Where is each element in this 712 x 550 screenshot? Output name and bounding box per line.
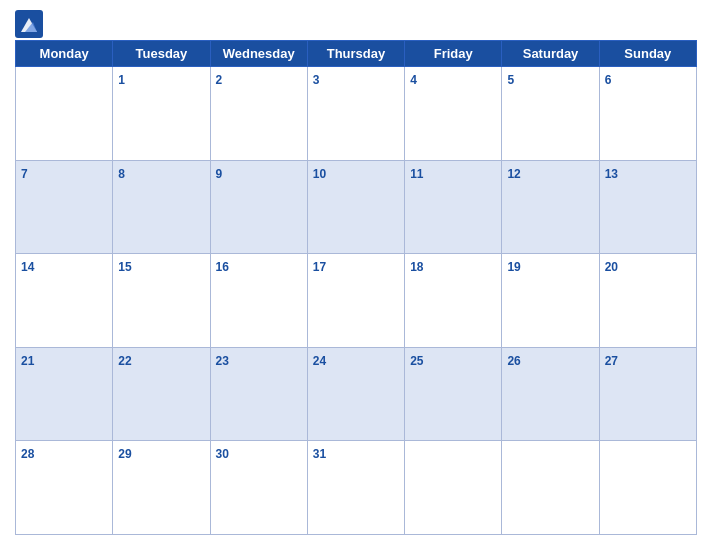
day-number-7: 7 bbox=[21, 167, 28, 181]
week-row-4: 21222324252627 bbox=[16, 347, 697, 441]
day-header-wednesday: Wednesday bbox=[210, 41, 307, 67]
day-cell-16: 16 bbox=[210, 254, 307, 348]
day-number-18: 18 bbox=[410, 260, 423, 274]
day-number-21: 21 bbox=[21, 354, 34, 368]
day-cell-18: 18 bbox=[405, 254, 502, 348]
empty-cell bbox=[405, 441, 502, 535]
day-cell-19: 19 bbox=[502, 254, 599, 348]
day-number-20: 20 bbox=[605, 260, 618, 274]
day-number-2: 2 bbox=[216, 73, 223, 87]
day-number-23: 23 bbox=[216, 354, 229, 368]
day-cell-13: 13 bbox=[599, 160, 696, 254]
day-number-29: 29 bbox=[118, 447, 131, 461]
day-number-19: 19 bbox=[507, 260, 520, 274]
day-cell-26: 26 bbox=[502, 347, 599, 441]
day-cell-3: 3 bbox=[307, 67, 404, 161]
day-number-11: 11 bbox=[410, 167, 423, 181]
day-cell-9: 9 bbox=[210, 160, 307, 254]
day-cell-1: 1 bbox=[113, 67, 210, 161]
day-number-28: 28 bbox=[21, 447, 34, 461]
week-row-3: 14151617181920 bbox=[16, 254, 697, 348]
week-row-2: 78910111213 bbox=[16, 160, 697, 254]
logo bbox=[15, 10, 47, 38]
empty-cell bbox=[16, 67, 113, 161]
day-number-3: 3 bbox=[313, 73, 320, 87]
day-number-25: 25 bbox=[410, 354, 423, 368]
day-number-17: 17 bbox=[313, 260, 326, 274]
day-cell-25: 25 bbox=[405, 347, 502, 441]
day-number-10: 10 bbox=[313, 167, 326, 181]
day-cell-12: 12 bbox=[502, 160, 599, 254]
day-cell-23: 23 bbox=[210, 347, 307, 441]
day-cell-29: 29 bbox=[113, 441, 210, 535]
day-cell-17: 17 bbox=[307, 254, 404, 348]
day-header-saturday: Saturday bbox=[502, 41, 599, 67]
day-number-5: 5 bbox=[507, 73, 514, 87]
day-header-monday: Monday bbox=[16, 41, 113, 67]
day-cell-2: 2 bbox=[210, 67, 307, 161]
day-number-14: 14 bbox=[21, 260, 34, 274]
day-cell-15: 15 bbox=[113, 254, 210, 348]
day-cell-6: 6 bbox=[599, 67, 696, 161]
day-number-1: 1 bbox=[118, 73, 125, 87]
day-header-thursday: Thursday bbox=[307, 41, 404, 67]
day-header-sunday: Sunday bbox=[599, 41, 696, 67]
day-cell-28: 28 bbox=[16, 441, 113, 535]
day-number-24: 24 bbox=[313, 354, 326, 368]
day-header-friday: Friday bbox=[405, 41, 502, 67]
day-cell-21: 21 bbox=[16, 347, 113, 441]
empty-cell bbox=[502, 441, 599, 535]
day-cell-14: 14 bbox=[16, 254, 113, 348]
calendar-table: MondayTuesdayWednesdayThursdayFridaySatu… bbox=[15, 40, 697, 535]
week-row-1: 123456 bbox=[16, 67, 697, 161]
day-cell-11: 11 bbox=[405, 160, 502, 254]
day-number-15: 15 bbox=[118, 260, 131, 274]
empty-cell bbox=[599, 441, 696, 535]
day-cell-24: 24 bbox=[307, 347, 404, 441]
day-number-30: 30 bbox=[216, 447, 229, 461]
day-number-22: 22 bbox=[118, 354, 131, 368]
day-cell-4: 4 bbox=[405, 67, 502, 161]
days-header-row: MondayTuesdayWednesdayThursdayFridaySatu… bbox=[16, 41, 697, 67]
day-number-12: 12 bbox=[507, 167, 520, 181]
logo-icon bbox=[15, 10, 43, 38]
day-number-16: 16 bbox=[216, 260, 229, 274]
day-cell-10: 10 bbox=[307, 160, 404, 254]
day-number-9: 9 bbox=[216, 167, 223, 181]
day-cell-30: 30 bbox=[210, 441, 307, 535]
day-number-26: 26 bbox=[507, 354, 520, 368]
week-row-5: 28293031 bbox=[16, 441, 697, 535]
calendar-header bbox=[15, 10, 697, 38]
day-number-31: 31 bbox=[313, 447, 326, 461]
day-number-6: 6 bbox=[605, 73, 612, 87]
day-number-27: 27 bbox=[605, 354, 618, 368]
day-cell-31: 31 bbox=[307, 441, 404, 535]
day-cell-20: 20 bbox=[599, 254, 696, 348]
day-number-13: 13 bbox=[605, 167, 618, 181]
day-header-tuesday: Tuesday bbox=[113, 41, 210, 67]
day-number-4: 4 bbox=[410, 73, 417, 87]
day-cell-22: 22 bbox=[113, 347, 210, 441]
day-cell-27: 27 bbox=[599, 347, 696, 441]
day-cell-5: 5 bbox=[502, 67, 599, 161]
day-cell-8: 8 bbox=[113, 160, 210, 254]
day-number-8: 8 bbox=[118, 167, 125, 181]
day-cell-7: 7 bbox=[16, 160, 113, 254]
